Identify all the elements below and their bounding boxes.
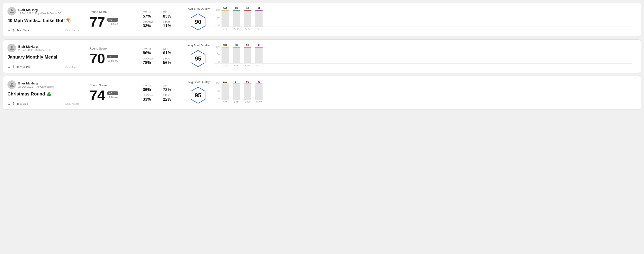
- quality-label: Avg Shot Quality: [188, 44, 210, 47]
- card-quality-section: Avg Shot Quality 90 100500107959882OTTAP…: [184, 7, 636, 32]
- hex-score: 95: [195, 92, 202, 99]
- bar-value-label: 101: [223, 44, 227, 46]
- score-number: 70: [90, 52, 105, 66]
- round-title: 40 Mph Winds... Links Golf 🪁: [8, 18, 80, 23]
- one-putt-label: 1 Putt: [163, 20, 179, 23]
- one-putt-stat: 1 Putt 11%: [163, 20, 179, 28]
- round-card: Blair McHarg 29 Jan 2022 · Mill Ride GCC…: [3, 39, 641, 73]
- score-label: Round Score: [90, 47, 133, 50]
- updown-value: 33%: [143, 97, 158, 102]
- weather-icon: ☁: [8, 102, 10, 105]
- hex-score: 90: [195, 18, 202, 25]
- gir-value: 61%: [163, 51, 179, 55]
- quality-hex-section: Avg Shot Quality 95: [188, 44, 210, 69]
- fw-hit-value: 57%: [143, 14, 158, 19]
- card-left-section: Blair McHarg 27 Dec 2021 · The Oxfordshi…: [8, 80, 84, 105]
- stats-grid: FW Hit 57% GIR 83% Up/Down 33% 1 Putt 11…: [143, 11, 179, 28]
- user-info: Blair McHarg 29 Jan 2022 · Mill Ride GCC: [18, 45, 51, 51]
- score-row: 77 +5 18 Holes: [90, 15, 133, 29]
- quality-label: Avg Shot Quality: [188, 7, 210, 10]
- fw-hit-stat: FW Hit 36%: [143, 84, 158, 92]
- updown-label: Up/Down: [143, 57, 158, 60]
- updown-value: 33%: [143, 24, 158, 28]
- bar-group: 95: [243, 80, 252, 100]
- bar-value-label: 99: [257, 44, 260, 46]
- card-footer: ☁ 🏌 Tee: Black Data: Arccos: [8, 29, 80, 32]
- user-name: Blair McHarg: [18, 45, 51, 48]
- tee-label: Tee: Blue: [17, 102, 28, 105]
- card-footer: ☁ 🏌 Tee: Yellow Data: Arccos: [8, 65, 80, 69]
- updown-stat: Up/Down 78%: [143, 57, 158, 65]
- avatar: [8, 7, 16, 15]
- one-putt-value: 22%: [163, 97, 179, 102]
- user-header: Blair McHarg 29 Jan 2022 · Mill Ride GCC: [8, 44, 80, 52]
- bar-value-label: 93: [257, 80, 260, 83]
- fw-hit-value: 36%: [143, 87, 158, 92]
- updown-stat: Up/Down 33%: [143, 20, 158, 28]
- hexagon-wrapper: 90: [188, 12, 208, 32]
- stats-grid: FW Hit 86% GIR 61% Up/Down 78% 1 Putt 56…: [143, 47, 179, 65]
- user-info: Blair McHarg 12 Feb 2022 · Royal North D…: [18, 8, 62, 15]
- updown-stat: Up/Down 33%: [143, 94, 158, 102]
- tee-label: Tee: Yellow: [17, 66, 30, 69]
- bar-group: 98: [243, 7, 252, 26]
- hex-score: 95: [195, 55, 202, 62]
- gir-label: GIR: [163, 11, 179, 13]
- score-detail: +2 18 Holes: [107, 91, 118, 99]
- bar-value-label: 95: [235, 7, 238, 10]
- one-putt-label: 1 Putt: [163, 57, 179, 60]
- bar-value-label: 98: [246, 7, 249, 10]
- score-row: 74 +2 18 Holes: [90, 88, 133, 102]
- card-stats-section: FW Hit 36% GIR 72% Up/Down 33% 1 Putt 22…: [138, 80, 184, 105]
- updown-label: Up/Down: [143, 94, 158, 97]
- hexagon-wrapper: 95: [188, 48, 208, 69]
- hexagon-wrapper: 95: [188, 85, 208, 105]
- updown-label: Up/Down: [143, 20, 158, 23]
- round-card: Blair McHarg 12 Feb 2022 · Royal North D…: [3, 3, 641, 36]
- user-date: 27 Dec 2021 · The Oxfordshire: [18, 85, 54, 88]
- score-row: 70 -2 18 Holes: [90, 52, 133, 66]
- fw-hit-stat: FW Hit 57%: [143, 11, 158, 19]
- user-date: 29 Jan 2022 · Mill Ride GCC: [18, 49, 51, 51]
- bar-value-label: 107: [223, 7, 227, 10]
- card-left-section: Blair McHarg 29 Jan 2022 · Mill Ride GCC…: [8, 44, 84, 69]
- bar-chart-section: 100500101869699OTTAPPARGPUTT: [214, 45, 632, 67]
- fw-hit-value: 86%: [143, 51, 158, 55]
- avatar: [8, 44, 16, 52]
- bar-value-label: 86: [235, 44, 238, 46]
- bar-group: 99: [254, 44, 264, 63]
- bag-icon: 🏌: [12, 102, 15, 105]
- user-date: 12 Feb 2022 · Royal North Devon GC: [18, 12, 62, 15]
- gir-value: 83%: [163, 14, 179, 19]
- bar-value-label: 110: [223, 80, 227, 83]
- fw-hit-label: FW Hit: [143, 84, 158, 87]
- score-label: Round Score: [90, 10, 133, 13]
- bag-icon: 🏌: [12, 29, 15, 32]
- person-icon: [9, 9, 14, 14]
- tee-label: Tee: Black: [17, 29, 29, 32]
- bar-value-label: 95: [246, 80, 249, 83]
- card-stats-section: FW Hit 57% GIR 83% Up/Down 33% 1 Putt 11…: [138, 7, 184, 32]
- score-detail: -2 18 Holes: [107, 55, 118, 62]
- gir-label: GIR: [163, 84, 179, 87]
- one-putt-label: 1 Putt: [163, 94, 179, 97]
- user-name: Blair McHarg: [18, 82, 54, 85]
- gir-label: GIR: [163, 47, 179, 50]
- bar-group: 96: [243, 44, 252, 63]
- one-putt-value: 11%: [163, 24, 179, 28]
- bar-group: 110: [220, 80, 230, 100]
- data-source: Data: Arccos: [66, 103, 80, 105]
- gir-stat: GIR 61%: [163, 47, 179, 55]
- gir-value: 72%: [163, 87, 179, 92]
- bar-group: 107: [220, 7, 230, 26]
- bar-group: 93: [254, 80, 264, 100]
- score-holes: 18 Holes: [107, 59, 118, 62]
- round-title: Christmas Round 🎄: [8, 91, 80, 97]
- card-score-section: Round Score 77 +5 18 Holes: [84, 7, 138, 32]
- one-putt-value: 56%: [163, 60, 179, 65]
- card-stats-section: FW Hit 86% GIR 61% Up/Down 78% 1 Putt 56…: [138, 44, 184, 69]
- one-putt-stat: 1 Putt 22%: [163, 94, 179, 102]
- card-quality-section: Avg Shot Quality 95 100500101869699OTTAP…: [184, 44, 636, 69]
- score-holes: 18 Holes: [107, 96, 118, 99]
- card-footer: ☁ 🏌 Tee: Blue Data: Arccos: [8, 102, 80, 105]
